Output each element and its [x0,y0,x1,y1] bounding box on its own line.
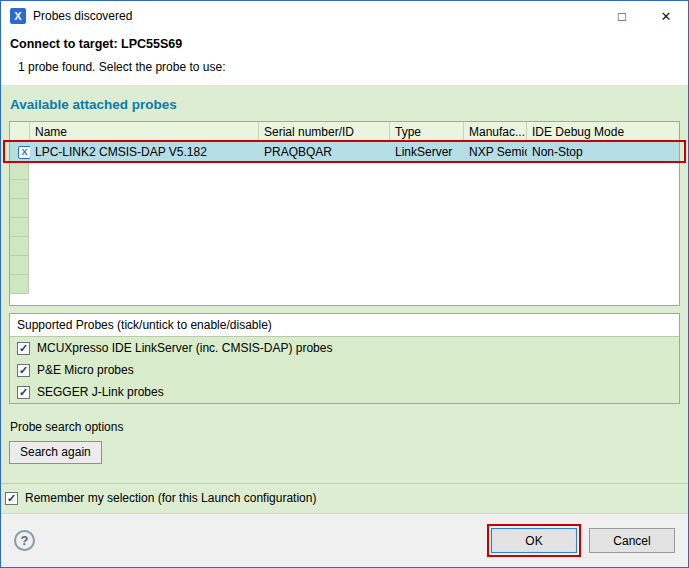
probe-name-cell: LPC-LINK2 CMSIS-DAP V5.182 [30,145,259,159]
probe-logo-icon: X [18,146,30,159]
probe-serial-cell: PRAQBQAR [259,145,390,159]
supported-probe-item: ✓ P&E Micro probes [10,359,679,381]
search-again-button[interactable]: Search again [9,441,102,464]
empty-row-header [10,256,29,275]
column-header-name[interactable]: Name [30,122,259,141]
probes-table: Name Serial number/ID Type Manufac... ID… [9,121,680,306]
remember-selection-label: Remember my selection (for this Launch c… [25,491,316,505]
empty-row-header [10,199,29,218]
supported-probe-item: ✓ SEGGER J-Link probes [10,381,679,403]
segger-jlink-checkbox-label: SEGGER J-Link probes [37,385,164,399]
empty-row-header [10,237,29,256]
segger-jlink-checkbox[interactable]: ✓ [17,386,30,399]
column-header-type[interactable]: Type [390,122,464,141]
empty-row-header [10,180,29,199]
caption-buttons: □ ✕ [600,1,688,31]
empty-row-header [10,161,29,180]
remember-selection-checkbox[interactable]: ✓ [5,492,18,505]
probe-type-cell: LinkServer [390,145,464,159]
supported-probes-title: Supported Probes (tick/untick to enable/… [10,314,679,337]
pe-micro-checkbox-label: P&E Micro probes [37,363,134,377]
probe-found-label: 1 probe found. Select the probe to use: [10,60,679,74]
title-bar: X Probes discovered □ ✕ [1,1,688,31]
probe-manufacturer-cell: NXP Semico [464,145,527,159]
linkserver-checkbox-label: MCUXpresso IDE LinkServer (inc. CMSIS-DA… [37,341,332,355]
empty-row-header [10,218,29,237]
divider [1,483,688,484]
column-header-debug-mode[interactable]: IDE Debug Mode [527,122,679,141]
ok-button-wrapper: OK [491,528,577,553]
close-icon[interactable]: ✕ [644,1,688,31]
ok-button[interactable]: OK [491,528,577,553]
maximize-icon[interactable]: □ [600,1,644,31]
probes-table-body: X LPC-LINK2 CMSIS-DAP V5.182 PRAQBQAR Li… [10,142,679,305]
window-title: Probes discovered [33,9,132,23]
supported-probe-item: ✓ MCUXpresso IDE LinkServer (inc. CMSIS-… [10,337,679,359]
app-logo-icon: X [10,8,26,24]
linkserver-checkbox[interactable]: ✓ [17,342,30,355]
column-header-manufacturer[interactable]: Manufac... [464,122,527,141]
probe-row-icon-cell: X [10,146,30,159]
help-icon[interactable]: ? [14,530,35,551]
pe-micro-checkbox[interactable]: ✓ [17,364,30,377]
dialog-header: Connect to target: LPC55S69 1 probe foun… [1,31,688,85]
available-probes-title: Available attached probes [1,85,688,121]
column-header-icon [10,122,30,141]
probe-search-options-label: Probe search options [10,420,688,434]
empty-row-header [10,275,29,294]
probes-table-header: Name Serial number/ID Type Manufac... ID… [10,122,679,142]
connect-target-label: Connect to target: LPC55S69 [10,37,679,51]
probe-debug-mode-cell: Non-Stop [527,145,679,159]
probe-row-selected[interactable]: X LPC-LINK2 CMSIS-DAP V5.182 PRAQBQAR Li… [10,142,679,162]
row-header-strip [10,161,29,294]
supported-probes-group: Supported Probes (tick/untick to enable/… [9,313,680,404]
dialog-content: Available attached probes Name Serial nu… [1,85,688,513]
button-bar: ? OK Cancel [1,513,688,567]
remember-selection-row: ✓ Remember my selection (for this Launch… [5,491,688,505]
cancel-button[interactable]: Cancel [589,528,675,553]
column-header-serial[interactable]: Serial number/ID [259,122,390,141]
